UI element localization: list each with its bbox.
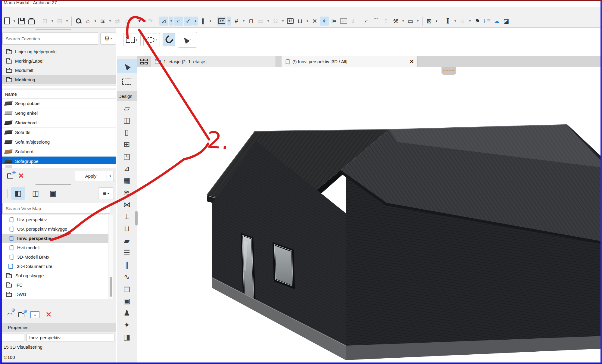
tool-mesh[interactable]: ▦ [117, 174, 137, 186]
measure-button[interactable]: 12 [286, 17, 295, 26]
dimension-button-dropdown[interactable]: ▾ [305, 17, 310, 26]
tool-railing[interactable]: ∥ [117, 259, 137, 271]
navigator-menu-button[interactable]: ≡▸ [98, 187, 114, 199]
guide-lines-button[interactable]: ⊿ [159, 17, 168, 26]
panel-splitter[interactable] [2, 86, 116, 89]
parallel-constraint-button-dropdown[interactable]: ▾ [208, 17, 213, 26]
view-hvit-modell[interactable]: Hvit modell [2, 243, 108, 252]
favorites-list-header[interactable]: Name [2, 90, 116, 99]
arrow-tool-button[interactable]: ▸ [178, 32, 197, 48]
surveying-button[interactable]: ⌖ [320, 17, 329, 26]
marquee-select-button[interactable]: ▸ [123, 33, 141, 46]
roof-maker-button-dropdown[interactable]: ▾ [468, 17, 472, 26]
corner-extend-button[interactable]: ⌐ [362, 17, 371, 26]
property-id-field[interactable] [1, 334, 24, 341]
tool-equipment[interactable]: ◨ [117, 331, 137, 343]
adjust-button-dropdown[interactable]: ▾ [401, 17, 405, 26]
magnet-snap-button[interactable] [163, 33, 175, 46]
toolbox-scroll-thumb[interactable] [135, 211, 138, 226]
favorite-sofabord[interactable]: Sofabord [2, 147, 116, 157]
apply-dropdown[interactable]: ▾ [107, 171, 114, 181]
profile-manager-button[interactable]: I [443, 17, 452, 26]
new-project-button[interactable] [2, 17, 11, 26]
transform-box-button[interactable]: ⊠ [425, 17, 434, 26]
snap-points-button[interactable]: # [232, 17, 241, 26]
input-confirm-button-dropdown[interactable]: ▾ [193, 17, 198, 26]
layer-settings-button-dropdown[interactable]: ▾ [108, 17, 112, 26]
gravity-button[interactable]: Ω [271, 17, 280, 26]
snap-guides-button[interactable]: ⊓ [247, 17, 256, 26]
dock-panel-button-dropdown[interactable]: ▾ [416, 17, 420, 26]
flag-mark-button[interactable]: ⚑ [473, 17, 482, 26]
tool-curtain-wall[interactable]: ▤ [117, 283, 137, 295]
view-map-mode-button[interactable]: ◧ [11, 187, 25, 200]
model-exchange-button[interactable]: ⇄ [113, 17, 122, 26]
teamwork-share-button-dropdown[interactable]: ▾ [65, 17, 69, 26]
tool-stair[interactable]: ☰ [117, 247, 137, 259]
view-settings-button[interactable]: ≡ [30, 311, 39, 318]
tool-door[interactable]: ▯ [117, 126, 137, 138]
property-name-field[interactable] [27, 334, 114, 341]
apply-button[interactable]: Apply ▾ [75, 171, 114, 181]
tool-lamp[interactable]: ✦ [117, 319, 137, 331]
selection-frame-button-dropdown[interactable]: ▾ [266, 17, 270, 26]
add-favorite-button[interactable]: ⊕ [7, 173, 13, 179]
print-button[interactable] [27, 17, 36, 26]
search-view-map-input[interactable] [2, 203, 110, 214]
tool-corner-window[interactable]: ◳ [117, 150, 137, 162]
guide-segment-button[interactable]: ⌐ [174, 17, 183, 26]
drawing-view-button[interactable]: ◪ [502, 17, 511, 26]
tool-shell[interactable]: ≋ [117, 186, 137, 198]
collapsed-palette[interactable] [441, 67, 456, 75]
favorites-button-dropdown[interactable]: ▾ [93, 17, 98, 26]
coordinate-tracker-button[interactable]: XY [217, 17, 226, 26]
dock-panel-button[interactable]: ▭ [406, 17, 415, 26]
coordinate-tracker-button-dropdown[interactable]: ▾ [227, 17, 231, 26]
adjust-button[interactable]: ⚒ [391, 17, 400, 26]
fillet-button[interactable]: ⌒ [372, 17, 381, 26]
lasso-select-button[interactable]: ▸ [143, 33, 160, 46]
viewfolder-dwg[interactable]: DWG [2, 290, 108, 299]
favorite-seng-enkel[interactable]: Seng enkel [2, 108, 116, 118]
copy-parameters-button[interactable]: ⊡ [40, 17, 49, 26]
level-dimension-button[interactable]: ⇟ [349, 17, 358, 26]
folder-linjer-og-hjelpepunkt[interactable]: Linjer og hjelpepunkt [2, 47, 116, 56]
tool-beam[interactable]: ⌶ [117, 210, 137, 222]
tool-marquee[interactable] [117, 76, 137, 88]
profile-manager-button-dropdown[interactable]: ▾ [453, 17, 457, 26]
search-favorites-input[interactable] [2, 33, 98, 45]
view-3d-modell-bimx[interactable]: 3D-Modell BIMx [2, 252, 108, 262]
transform-box-button-dropdown[interactable]: ▾ [434, 17, 439, 26]
wall-align-button[interactable]: ⊫ [329, 17, 338, 26]
new-project-button-dropdown[interactable]: ▾ [12, 17, 17, 26]
toolbox-section-design[interactable]: Design [117, 91, 137, 101]
favorite-seng-dobbel[interactable]: Seng dobbel [2, 99, 116, 108]
tool-roof[interactable]: ⊿ [117, 162, 137, 174]
add-viewpoint-button[interactable]: ◠⊕ [7, 311, 12, 318]
dimension-button[interactable]: ⊔ [295, 17, 304, 26]
redo-button[interactable]: ↷ [146, 17, 155, 26]
view-innv-perspektiv[interactable]: Innv. perspektiv [2, 234, 108, 243]
favorite-sofa-m-sjeselong[interactable]: Sofa m/sjeselong [2, 137, 116, 147]
scrollbar-thumb[interactable] [110, 277, 112, 297]
delete-favorite-button[interactable]: ✕ [18, 172, 24, 180]
view-utv-perspektiv-m-skygge[interactable]: Utv. perspektiv m/skygge [2, 224, 108, 234]
view-map-scrollbar[interactable] [109, 215, 113, 299]
publisher-mode-button[interactable]: ▣ [46, 187, 60, 200]
tool-morph[interactable]: ⋈ [117, 198, 137, 210]
marquee-options-button[interactable]: ◇ [123, 17, 132, 26]
parallel-constraint-button[interactable]: ∥ [198, 17, 207, 26]
tab-floor-plan[interactable]: 1. etasje [2. 1. etasje] [151, 56, 276, 67]
close-tab-icon[interactable]: ✕ [410, 59, 414, 64]
tool-arrow[interactable] [117, 59, 137, 73]
label-a1-button[interactable]: A1 [339, 17, 348, 26]
find-select-button[interactable] [74, 17, 83, 26]
delete-view-button[interactable]: ✕ [45, 310, 51, 319]
tool-shell-curved[interactable]: ∿ [117, 271, 137, 283]
tool-window[interactable]: ⊞ [117, 138, 137, 150]
tab-overview-button[interactable] [137, 56, 151, 67]
favorite-sofa-3s[interactable]: Sofa 3s [2, 128, 116, 137]
favorite-skrivebord[interactable]: Skrivebord [2, 118, 116, 128]
add-view-folder-button[interactable]: ⊕ [18, 312, 24, 317]
tool-zone[interactable]: ▣ [117, 295, 137, 307]
